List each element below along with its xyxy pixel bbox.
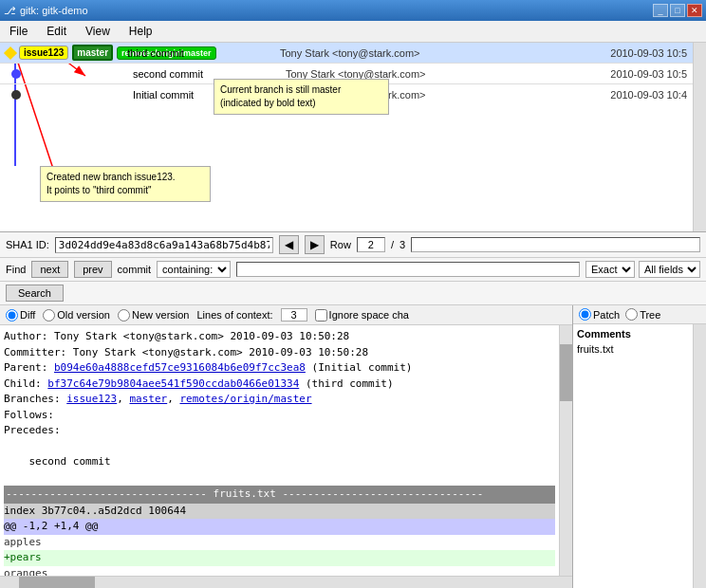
find-text-input[interactable] [236, 262, 580, 277]
old-version-radio[interactable] [43, 309, 55, 322]
diff-line-child: Child: bf37c64e79b9804aee541f590ccdab046… [4, 377, 555, 393]
annotation-new-branch: Created new branch issue123.It points to… [40, 166, 211, 202]
new-version-radio-label[interactable]: New version [118, 309, 190, 322]
ignore-space-checkbox[interactable] [315, 309, 327, 322]
branch-issue123: issue123 [19, 46, 68, 60]
remote-link[interactable]: remotes/origin/master [179, 393, 311, 405]
window-title: gitk: gitk-demo [20, 5, 88, 16]
diff-line-committer: Committer: Tony Stark <tony@stark.com> 2… [4, 345, 555, 361]
branch-link[interactable]: issue123 [66, 393, 117, 405]
menu-file[interactable]: File [4, 23, 33, 40]
lines-of-context-input[interactable] [281, 308, 307, 322]
app-icon: ⎇ [4, 5, 16, 17]
commit-message: second commit [129, 68, 286, 80]
row-label: Row [330, 239, 351, 250]
row-total: 3 [399, 239, 405, 250]
patch-tree-row: Patch Tree [573, 305, 706, 324]
diff-line-branches: Branches: issue123, master, remotes/orig… [4, 392, 555, 408]
diff-line-author: Author: Tony Stark <tony@stark.com> 2010… [4, 329, 555, 345]
diff-line-precedes: Precedes: [4, 423, 555, 439]
lines-of-context-label: Lines of context: [196, 309, 272, 321]
row-current-input[interactable] [357, 237, 385, 252]
scroll-thumb [560, 344, 572, 401]
node-circle-dark [11, 90, 21, 100]
bottom-panel: Diff Old version New version Lines of co… [0, 305, 706, 588]
diff-separator: -------------------------------- fruits.… [4, 486, 555, 504]
diff-line-parent: Parent: b094e60a4888cefd57ce9316084b6e09… [4, 360, 555, 377]
tree-radio[interactable] [625, 308, 638, 321]
diff-blank [4, 439, 555, 455]
master-link[interactable]: master [129, 393, 167, 405]
h-scroll-thumb [19, 577, 95, 588]
search-button[interactable]: Search [6, 285, 64, 302]
diff-line-follows: Follows: [4, 408, 555, 424]
diff-commit-msg: second commit [4, 454, 555, 470]
find-label: Find [6, 264, 26, 275]
diff-panel: Diff Old version New version Lines of co… [0, 305, 573, 588]
row-separator: / [391, 239, 394, 250]
search-row: Search [0, 282, 706, 305]
file-item[interactable]: fruits.txt [577, 343, 689, 355]
tree-radio-label[interactable]: Tree [625, 308, 660, 321]
commit-author: Tony Stark <tony@stark.com> [286, 68, 610, 80]
diff-scrollbar[interactable] [559, 325, 572, 576]
graph-area: issue123 master remotes/origin/master th… [0, 43, 706, 232]
node-circle [11, 69, 21, 79]
back-button[interactable]: ◀ [279, 235, 299, 254]
menu-view[interactable]: View [80, 23, 116, 40]
menu-help[interactable]: Help [123, 23, 158, 40]
commit-author: Tony Stark <tony@stark.com> [280, 47, 610, 59]
diff-radio-label[interactable]: Diff [6, 309, 35, 322]
branch-master: master [72, 45, 113, 61]
parent-link[interactable]: b094e60a4888cefd57ce9316084b6e09f7cc3ea8 [54, 361, 306, 374]
forward-button[interactable]: ▶ [305, 235, 325, 254]
comments-header: Comments [577, 328, 689, 340]
child-link[interactable]: bf37c64e79b9804aee541f590ccdab0466e01334 [47, 377, 299, 390]
annotation-current-branch: Current branch is still master (indicate… [214, 79, 389, 115]
commit-date: 2010-09-03 10:5 [610, 68, 706, 80]
commit-date: 2010-09-03 10:5 [610, 47, 706, 59]
diff-content[interactable]: Author: Tony Stark <tony@stark.com> 2010… [0, 325, 559, 576]
old-version-radio-label[interactable]: Old version [43, 309, 110, 322]
minimize-button[interactable]: _ [653, 4, 668, 17]
ignore-space-label[interactable]: Ignore space cha [315, 309, 409, 322]
diff-index-line: index 3b77c04..a5d2dcd 100644 [4, 504, 555, 520]
menu-edit[interactable]: Edit [41, 23, 72, 40]
sha1-label: SHA1 ID: [6, 239, 49, 250]
prev-button[interactable]: prev [74, 261, 111, 278]
sha1-row: SHA1 ID: ◀ ▶ Row / 3 [0, 232, 706, 258]
patch-radio-label[interactable]: Patch [579, 308, 620, 321]
files-panel: Patch Tree Comments fruits.txt [573, 305, 706, 588]
new-version-radio[interactable] [118, 309, 130, 322]
close-button[interactable]: ✕ [687, 4, 702, 17]
title-bar: ⎇ gitk: gitk-demo _ □ ✕ [0, 0, 706, 21]
all-fields-select[interactable]: All fields [639, 261, 700, 278]
commit-date: 2010-09-03 10:4 [610, 89, 706, 101]
node-diamond [4, 46, 17, 59]
diff-normal-oranges: oranges [4, 566, 555, 577]
diff-hunk-line: @@ -1,2 +1,4 @@ [4, 519, 555, 535]
exact-select[interactable]: Exact [585, 261, 635, 278]
graph-row[interactable]: issue123 master remotes/origin/master th… [0, 43, 706, 64]
containing-select[interactable]: containing: [157, 261, 231, 278]
next-button[interactable]: next [31, 261, 68, 278]
diff-options: Diff Old version New version Lines of co… [0, 305, 572, 325]
maximize-button[interactable]: □ [670, 4, 685, 17]
diff-h-scrollbar[interactable] [0, 576, 572, 588]
find-row: Find next prev commit containing: Exact … [0, 258, 706, 282]
menubar: File Edit View Help [0, 21, 706, 43]
patch-radio[interactable] [579, 308, 591, 321]
files-list: Comments fruits.txt [573, 324, 693, 588]
diff-added-pears: +pears [4, 550, 555, 566]
sha1-input[interactable] [55, 237, 273, 253]
sha1-extra-input[interactable] [411, 237, 700, 252]
diff-radio[interactable] [6, 309, 18, 322]
diff-normal-apples: apples [4, 535, 555, 551]
commit-message: third commit [123, 47, 280, 59]
diff-blank2 [4, 470, 555, 487]
graph-scrollbar[interactable] [693, 43, 706, 231]
commit-label: commit [118, 264, 151, 275]
files-scrollbar[interactable] [693, 324, 706, 588]
annotation-text: Created new branch issue123.It points to… [46, 172, 176, 195]
